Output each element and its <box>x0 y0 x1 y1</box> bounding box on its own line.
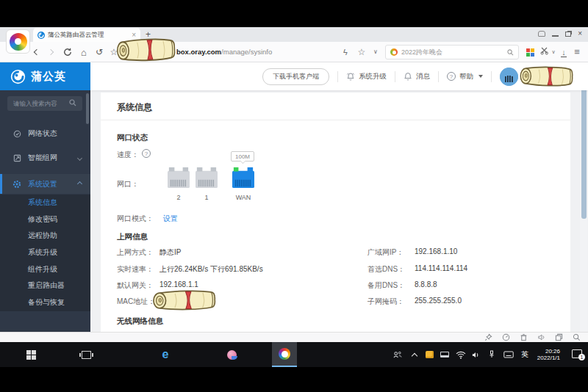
system-settings-submenu: 系统信息 修改密码 远程协助 系统升级 组件升级 重启路由器 备份与恢复 <box>0 195 90 311</box>
page-scrollbar-thumb[interactable] <box>581 84 587 219</box>
input-language-indicator[interactable]: 英 <box>517 342 532 367</box>
pushpin-icon[interactable] <box>484 333 492 341</box>
quick-launch-icon[interactable]: ϟ <box>340 42 351 62</box>
edge-browser-button[interactable]: e <box>153 342 178 367</box>
port-label: 1 <box>195 194 218 201</box>
speaker-icon[interactable] <box>537 333 545 341</box>
ethernet-port-wan-icon <box>232 167 255 189</box>
screenshot-scissors-icon[interactable] <box>539 42 550 62</box>
section-port-status: 网口状态 <box>117 133 148 143</box>
brand-name: 蒲公英 <box>31 70 66 84</box>
usb-tray-icon[interactable] <box>484 342 499 367</box>
submenu-item-system-info[interactable]: 系统信息 <box>0 195 90 211</box>
help-question-icon: ? <box>447 72 456 81</box>
help-menu[interactable]: ? 帮助 <box>447 72 483 81</box>
people-tray-icon[interactable] <box>390 342 404 367</box>
sidebar: 蒲公英 网络状态 智能组网 <box>0 62 90 332</box>
refresh-icon[interactable] <box>62 42 74 62</box>
restore-icon[interactable] <box>565 32 571 37</box>
scissors-dropdown-icon[interactable]: ∨ <box>551 42 556 62</box>
section-internet-info: 上网信息 <box>117 232 148 242</box>
submenu-item-component-upgrade[interactable]: 组件升级 <box>0 261 90 278</box>
account-avatar[interactable] <box>500 68 518 86</box>
sidebar-item-system-settings[interactable]: 系统设置 <box>0 174 90 194</box>
bell-icon <box>404 72 412 81</box>
address-bar[interactable]: box.oray.com/manage/sysinfo <box>176 42 272 62</box>
back-icon[interactable] <box>31 42 43 62</box>
task-view-button[interactable] <box>74 342 98 367</box>
sidebar-item-network-status[interactable]: 网络状态 <box>0 126 90 142</box>
screenshot-stage: 蒲公英路由器云管理 × + × ⌂ ↺ ☆ box.oray.com/manag… <box>0 0 588 392</box>
search-magnifier-icon[interactable] <box>507 49 514 56</box>
submenu-item-system-upgrade[interactable]: 系统升级 <box>0 244 90 261</box>
network-status-icon <box>12 129 21 138</box>
tray-expand-chevron-icon[interactable] <box>407 342 422 367</box>
app-icon <box>227 350 237 360</box>
browser-pinwheel-icon <box>279 348 290 360</box>
undo-icon[interactable]: ↺ <box>93 42 105 62</box>
pinned-app-button[interactable] <box>219 342 244 367</box>
sidebar-item-label: 网络状态 <box>28 128 57 139</box>
clock-time: 20:26 <box>537 348 560 355</box>
favorites-dropdown-icon[interactable]: ∨ <box>371 42 380 62</box>
router-avatar-icon <box>500 68 518 86</box>
browser-status-bar <box>0 332 588 342</box>
info-value: 255.255.255.0 <box>415 297 462 305</box>
speed-help-icon[interactable]: ? <box>142 149 151 158</box>
windows-logo-icon <box>26 350 36 360</box>
info-label: 默认网关： <box>117 280 154 291</box>
start-button[interactable] <box>18 342 43 367</box>
alarm-bell-icon <box>346 72 355 81</box>
theme-skin-icon[interactable] <box>538 31 545 37</box>
windows-cascade-icon[interactable] <box>555 333 563 341</box>
info-value: 192.168.1.1 <box>159 280 198 288</box>
submenu-item-change-password[interactable]: 修改密码 <box>0 211 90 228</box>
submenu-item-backup-restore[interactable]: 备份与恢复 <box>0 294 90 311</box>
keyboard-tray-icon[interactable] <box>501 342 516 367</box>
submenu-item-remote-assist[interactable]: 远程协助 <box>0 228 90 244</box>
messages-link[interactable]: 消息 <box>404 72 430 81</box>
ethernet-port-icon <box>195 167 218 189</box>
menu-hamburger-icon[interactable]: ≡ <box>572 42 582 62</box>
system-upgrade-link[interactable]: 系统升级 <box>346 72 387 81</box>
wifi-icon[interactable] <box>453 342 468 367</box>
info-value: 8.8.8.8 <box>415 280 437 288</box>
speed-gauge-icon[interactable] <box>502 333 510 341</box>
info-label: 备用DNS： <box>368 280 405 291</box>
browser-tab-bar: 蒲公英路由器云管理 × + × <box>0 27 588 42</box>
site-favicon <box>37 32 45 39</box>
sidebar-scrollbar[interactable] <box>86 93 89 124</box>
tray-app-icon[interactable] <box>422 342 437 367</box>
action-center-icon[interactable]: 1 <box>572 349 582 358</box>
close-window-icon[interactable]: × <box>578 30 582 37</box>
port-mode-settings-link[interactable]: 设置 <box>163 214 178 224</box>
download-app-button[interactable]: 下载手机客户端 <box>262 68 329 85</box>
brand-header[interactable]: 蒲公英 <box>0 62 90 90</box>
info-value: 114.114.114.114 <box>415 264 467 272</box>
trash-icon[interactable] <box>520 333 528 341</box>
browser-logo-icon <box>10 33 27 51</box>
favorite-star-icon[interactable]: ☆ <box>356 42 367 62</box>
apps-grid-icon[interactable] <box>526 48 534 57</box>
download-icon[interactable]: ↓ <box>559 42 569 62</box>
browser-search-box[interactable]: 2022跨年晚会 <box>385 45 519 59</box>
display-tray-icon[interactable] <box>437 342 452 367</box>
volume-icon[interactable] <box>468 342 483 367</box>
url-host: box.oray.com <box>176 48 221 56</box>
taskbar-clock[interactable]: 20:26 2022/1/1 <box>537 342 560 367</box>
sidebar-search-icon[interactable] <box>69 99 76 106</box>
scroll-sticker <box>114 37 176 64</box>
zoom-magnifier-icon[interactable] <box>573 333 581 341</box>
home-icon[interactable]: ⌂ <box>78 42 90 62</box>
browser-logo-button[interactable] <box>6 29 30 54</box>
sidebar-item-smart-networking[interactable]: 智能组网 <box>0 150 90 166</box>
active-browser-button[interactable] <box>272 342 297 367</box>
notification-badge: 1 <box>578 354 585 360</box>
forward-icon[interactable] <box>45 42 57 62</box>
clock-date: 2022/1/1 <box>537 355 560 362</box>
section-wireless-info: 无线网络信息 <box>117 316 163 327</box>
info-row: 上网方式： 静态IP 广域网IP： 192.168.1.10 <box>101 247 570 258</box>
info-label: 实时速率： <box>117 264 154 275</box>
submenu-item-restart-router[interactable]: 重启路由器 <box>0 277 90 294</box>
minimize-icon[interactable] <box>552 35 559 37</box>
